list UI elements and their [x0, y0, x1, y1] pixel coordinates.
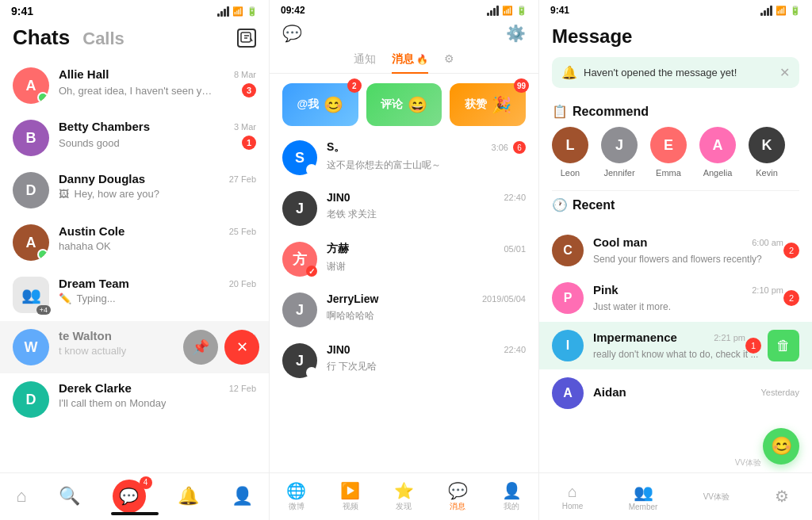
msg-avatar: 方 ✓ — [282, 242, 317, 277]
conversation-item[interactable]: S ✓ S。 3:06 6 这不是你想去的富士山呢～ — [270, 132, 538, 183]
delete-button[interactable]: 🗑 — [768, 330, 799, 361]
clock-icon: 🕐 — [552, 197, 568, 212]
conv-time: 22:40 — [504, 345, 526, 354]
extra-icon: ⚙ — [775, 487, 789, 506]
status-bar-2: 09:42 📶 🔋 — [270, 0, 538, 17]
tab-member[interactable]: 👥 Member — [629, 483, 658, 511]
chat-info: Austin Cole 25 Feb hahaha OK — [59, 224, 256, 252]
conv-text: 啊哈哈哈哈 — [327, 310, 374, 321]
conversation-item[interactable]: J JerryLiew 2019/05/04 啊哈哈哈哈 — [270, 285, 538, 335]
tab-chats[interactable]: Chats — [13, 25, 70, 50]
tab-settings-gear[interactable]: ⚙ — [444, 52, 454, 73]
chat-item-swiped[interactable]: W te Walton 16 Feb t know actually 📌 ✕ — [0, 321, 269, 373]
chat-item[interactable]: A Allie Hall 8 Mar Oh, great idea, I hav… — [0, 59, 269, 112]
conv-info: 方赫 05/01 谢谢 — [327, 242, 526, 273]
tab-profile[interactable]: 👤 — [232, 486, 253, 508]
conversation-item[interactable]: J ✓ JIN0 22:40 行 下次见哈 — [270, 335, 538, 386]
tab-notifications[interactable]: 🔔 — [178, 486, 199, 508]
recent-item-highlighted[interactable]: I Impermanence 2:21 pm really don't know… — [539, 322, 812, 369]
likes-emoji: 🎉 — [492, 95, 511, 114]
recent-info: Cool man 6:00 am Send your flowers and f… — [593, 235, 783, 266]
chat-preview: t know actually — [59, 345, 126, 357]
recent-name: Aidan — [593, 385, 626, 399]
chat-preview: I'll call them on Monday — [59, 397, 166, 409]
recent-name: Impermanence — [593, 331, 677, 344]
battery-icon-2: 🔋 — [516, 6, 527, 16]
status-icons-2: 📶 🔋 — [487, 6, 527, 16]
verified-icon: ✓ — [306, 164, 317, 175]
chats-panel: 9:41 📶 🔋 Chats Calls — [0, 0, 270, 520]
tab-search[interactable]: 🔍 — [59, 486, 80, 508]
recent-title: 🕐 Recent — [539, 191, 812, 220]
page-title: Message — [552, 25, 799, 48]
close-icon[interactable]: ✕ — [779, 65, 790, 80]
tab-notice[interactable]: 通知 — [354, 52, 376, 73]
conversation-list: S ✓ S。 3:06 6 这不是你想去的富士山呢～ J JIN0 — [270, 132, 538, 494]
home-icon-detail: ⌂ — [568, 483, 577, 501]
detail-header: Message — [539, 17, 812, 57]
recommend-user[interactable]: K Kevin — [749, 127, 785, 178]
recommend-title: 📋 Recommend — [539, 98, 812, 127]
chat-list: A Allie Hall 8 Mar Oh, great idea, I hav… — [0, 59, 269, 476]
chat-item[interactable]: B Betty Chambers 3 Mar Sounds good 1 — [0, 112, 269, 164]
recommend-user[interactable]: E Emma — [650, 127, 687, 178]
status-bar-3: 9:41 📶 🔋 — [539, 0, 812, 17]
chat-date: 8 Mar — [234, 70, 256, 79]
chat-date: 3 Mar — [234, 122, 256, 132]
avatar: A — [13, 67, 49, 104]
chat-item[interactable]: D Derek Clarke 12 Feb I'll call them on … — [0, 373, 269, 426]
time-1: 9:41 — [11, 5, 33, 17]
conv-text: 谢谢 — [327, 261, 346, 272]
chat-date: 27 Feb — [229, 174, 256, 184]
at-me-button[interactable]: @我 😊 2 — [282, 83, 358, 126]
rec-avatar: J — [601, 127, 638, 163]
chat-item[interactable]: D Danny Douglas 27 Feb 🖼 Hey, how are yo… — [0, 164, 269, 216]
comments-button[interactable]: 评论 😄 — [366, 83, 442, 126]
tab-message[interactable]: 消息 🔥 — [392, 52, 429, 73]
likes-button[interactable]: 获赞 🎉 99 — [450, 83, 526, 126]
search-icon: 🔍 — [59, 486, 80, 507]
tab-messages[interactable]: 💬 4 — [113, 480, 146, 514]
likes-label: 获赞 — [465, 98, 487, 112]
recommend-user[interactable]: A Angelia — [699, 127, 736, 178]
chat-name: te Walton — [59, 329, 112, 342]
chat-item[interactable]: A Austin Cole 25 Feb hahaha OK — [0, 216, 269, 269]
floating-action-button[interactable]: 😊 — [763, 428, 799, 465]
recommend-user[interactable]: L Leon — [552, 127, 588, 178]
settings-icon[interactable]: ⚙️ — [506, 24, 526, 43]
rec-name: Emma — [656, 168, 681, 178]
conv-name: 方赫 — [327, 242, 349, 256]
recommend-user[interactable]: J Jennifer — [601, 127, 638, 178]
conversation-item[interactable]: J JIN0 22:40 老铁 求关注 — [270, 183, 538, 234]
svg-rect-0 — [241, 32, 251, 42]
avatar: A — [13, 224, 49, 261]
group-count: +4 — [36, 305, 51, 315]
battery-icon-3: 🔋 — [790, 6, 801, 16]
tab-weibo[interactable]: 🌐 微博 — [286, 481, 306, 512]
chat-name: Danny Douglas — [59, 172, 145, 185]
tab-extra[interactable]: ⚙ — [775, 487, 789, 507]
tab-video[interactable]: ▶️ 视频 — [340, 481, 360, 512]
chat-bubble-icon[interactable]: 💬 — [282, 24, 302, 43]
tab-message-bottom[interactable]: 💬 消息 — [448, 481, 468, 512]
tab-placeholder[interactable]: VV体验 — [703, 491, 730, 503]
likes-badge: 99 — [514, 78, 529, 93]
conversation-item[interactable]: 方 ✓ 方赫 05/01 谢谢 — [270, 234, 538, 285]
tab-home-detail[interactable]: ⌂ Home — [562, 483, 584, 510]
tab-home[interactable]: ⌂ — [16, 486, 26, 508]
recent-item[interactable]: C Cool man 6:00 am Send your flowers and… — [539, 227, 812, 274]
compose-button[interactable] — [237, 29, 256, 48]
recent-badge: 2 — [783, 243, 799, 258]
unread-badge: 3 — [242, 83, 256, 98]
pin-button[interactable]: 📌 — [183, 330, 218, 365]
delete-button[interactable]: ✕ — [224, 330, 259, 365]
tab-mine[interactable]: 👤 我的 — [502, 481, 522, 512]
recent-item[interactable]: P Pink 2:10 pm Just water it more. 2 — [539, 274, 812, 322]
conv-name: S。 — [327, 140, 345, 155]
tab-discover[interactable]: ⭐ 发现 — [394, 481, 414, 512]
wifi-icon-3: 📶 — [776, 6, 787, 16]
tab-calls[interactable]: Calls — [82, 29, 124, 49]
recent-item[interactable]: A Aidan Yesterday — [539, 369, 812, 417]
chat-item[interactable]: 👥 +4 Dream Team 20 Feb ✏️ Typing... — [0, 269, 269, 321]
at-me-label: @我 — [297, 98, 320, 112]
